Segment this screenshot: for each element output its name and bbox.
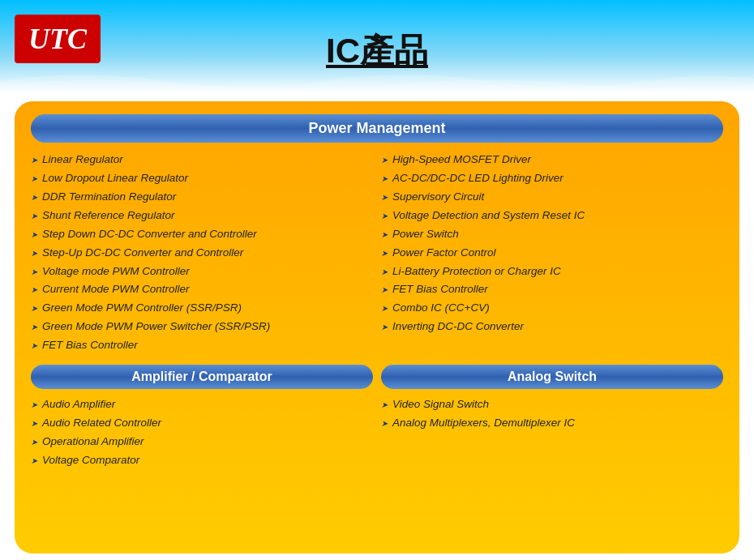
wave-decoration [0, 69, 754, 93]
power-management-right-list: High-Speed MOSFET DriverAC-DC/DC-DC LED … [381, 151, 723, 336]
list-item: Power Factor Control [381, 244, 723, 263]
list-item: Green Mode PWM Controller (SSR/PSR) [31, 299, 373, 318]
list-item: Shunt Reference Regulator [31, 207, 373, 225]
power-management-columns: Linear RegulatorLow Dropout Linear Regul… [31, 151, 723, 355]
logo-text: UTC [28, 23, 87, 55]
page-title: IC產品 [326, 28, 428, 74]
list-item: Analog Multiplexers, Demultiplexer IC [381, 414, 723, 433]
power-management-left-list: Linear RegulatorLow Dropout Linear Regul… [31, 151, 373, 355]
analog-switch-title: Analog Switch [508, 370, 597, 383]
amplifier-comparator-title: Amplifier / Comparator [131, 370, 272, 383]
amplifier-comparator-list: Audio AmplifierAudio Related ControllerO… [31, 395, 373, 470]
list-item: Combo IC (CC+CV) [381, 299, 723, 318]
amplifier-comparator-section: Amplifier / Comparator Audio AmplifierAu… [31, 365, 373, 470]
list-item: AC-DC/DC-DC LED Lighting Driver [381, 169, 723, 188]
amplifier-comparator-bar: Amplifier / Comparator [31, 365, 373, 389]
power-management-title: Power Management [308, 120, 445, 136]
bottom-sections: Amplifier / Comparator Audio AmplifierAu… [31, 365, 723, 470]
list-item: Voltage mode PWM Controller [31, 263, 373, 281]
list-item: DDR Termination Regulator [31, 188, 373, 207]
list-item: Green Mode PWM Power Switcher (SSR/PSR) [31, 318, 373, 336]
list-item: Audio Related Controller [31, 414, 373, 433]
list-item: Current Mode PWM Controller [31, 280, 373, 299]
list-item: Supervisory Circuit [381, 188, 723, 207]
list-item: Low Dropout Linear Regulator [31, 169, 373, 188]
analog-switch-bar: Analog Switch [381, 365, 723, 389]
power-management-left-col: Linear RegulatorLow Dropout Linear Regul… [31, 151, 373, 355]
list-item: Voltage Detection and System Reset IC [381, 207, 723, 225]
analog-switch-section: Analog Switch Video Signal SwitchAnalog … [381, 365, 723, 470]
main-content: Power Management Linear RegulatorLow Dro… [15, 101, 739, 554]
list-item: FET Bias Controller [31, 336, 373, 355]
list-item: Voltage Comparator [31, 451, 373, 470]
logo-box: UTC [15, 15, 101, 63]
header: UTC IC產品 [0, 0, 754, 93]
list-item: Inverting DC-DC Converter [381, 318, 723, 336]
power-management-right-col: High-Speed MOSFET DriverAC-DC/DC-DC LED … [381, 151, 723, 355]
list-item: Operational Amplifier [31, 433, 373, 451]
list-item: Step Down DC-DC Converter and Controller [31, 225, 373, 244]
list-item: Li-Battery Protection or Charger IC [381, 263, 723, 281]
list-item: Step-Up DC-DC Converter and Controller [31, 244, 373, 263]
list-item: Audio Amplifier [31, 395, 373, 414]
power-management-bar: Power Management [31, 114, 723, 143]
list-item: Video Signal Switch [381, 395, 723, 414]
list-item: FET Bias Controller [381, 280, 723, 299]
analog-switch-list: Video Signal SwitchAnalog Multiplexers, … [381, 395, 723, 433]
list-item: Linear Regulator [31, 151, 373, 169]
list-item: High-Speed MOSFET Driver [381, 151, 723, 169]
list-item: Power Switch [381, 225, 723, 244]
